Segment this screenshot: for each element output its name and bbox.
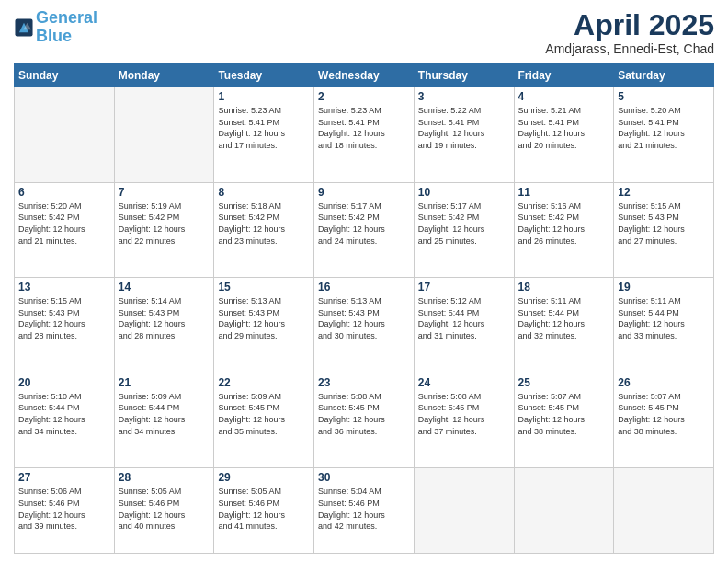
day-number: 25 (518, 376, 610, 389)
calendar-cell: 12Sunrise: 5:15 AM Sunset: 5:43 PM Dayli… (614, 182, 714, 278)
day-number: 19 (618, 281, 710, 293)
day-info: Sunrise: 5:07 AM Sunset: 5:45 PM Dayligh… (618, 391, 710, 437)
day-number: 23 (318, 376, 410, 389)
day-number: 1 (218, 90, 310, 103)
logo: General Blue (14, 9, 97, 46)
day-number: 10 (418, 186, 510, 199)
day-info: Sunrise: 5:21 AM Sunset: 5:41 PM Dayligh… (518, 105, 610, 151)
day-info: Sunrise: 5:08 AM Sunset: 5:45 PM Dayligh… (318, 391, 410, 437)
col-header-friday: Friday (514, 64, 614, 87)
day-number: 22 (218, 376, 310, 389)
col-header-tuesday: Tuesday (214, 64, 314, 87)
day-number: 30 (318, 471, 410, 484)
title-block: April 2025 Amdjarass, Ennedi-Est, Chad (545, 9, 714, 56)
calendar-cell: 15Sunrise: 5:13 AM Sunset: 5:43 PM Dayli… (214, 278, 314, 373)
calendar-cell: 10Sunrise: 5:17 AM Sunset: 5:42 PM Dayli… (414, 182, 514, 278)
calendar-cell: 23Sunrise: 5:08 AM Sunset: 5:45 PM Dayli… (314, 373, 415, 468)
day-number: 13 (18, 281, 110, 293)
day-number: 16 (318, 281, 410, 293)
day-info: Sunrise: 5:20 AM Sunset: 5:41 PM Dayligh… (618, 105, 710, 151)
calendar-cell: 1Sunrise: 5:23 AM Sunset: 5:41 PM Daylig… (214, 87, 314, 183)
calendar-cell: 19Sunrise: 5:11 AM Sunset: 5:44 PM Dayli… (614, 278, 714, 373)
day-info: Sunrise: 5:12 AM Sunset: 5:44 PM Dayligh… (418, 295, 510, 341)
calendar-cell (514, 468, 614, 554)
day-info: Sunrise: 5:16 AM Sunset: 5:42 PM Dayligh… (518, 201, 610, 247)
day-info: Sunrise: 5:23 AM Sunset: 5:41 PM Dayligh… (218, 105, 310, 151)
day-info: Sunrise: 5:13 AM Sunset: 5:43 PM Dayligh… (218, 295, 310, 341)
day-number: 11 (518, 186, 610, 199)
day-info: Sunrise: 5:11 AM Sunset: 5:44 PM Dayligh… (518, 295, 610, 341)
calendar-cell: 26Sunrise: 5:07 AM Sunset: 5:45 PM Dayli… (614, 373, 714, 468)
calendar-cell (414, 468, 514, 554)
calendar-cell: 11Sunrise: 5:16 AM Sunset: 5:42 PM Dayli… (514, 182, 614, 278)
calendar-cell: 3Sunrise: 5:22 AM Sunset: 5:41 PM Daylig… (414, 87, 514, 183)
calendar-cell: 7Sunrise: 5:19 AM Sunset: 5:42 PM Daylig… (114, 182, 214, 278)
day-number: 29 (218, 471, 310, 484)
day-number: 18 (518, 281, 610, 293)
calendar-cell: 27Sunrise: 5:06 AM Sunset: 5:46 PM Dayli… (15, 468, 115, 554)
col-header-wednesday: Wednesday (314, 64, 415, 87)
day-info: Sunrise: 5:14 AM Sunset: 5:43 PM Dayligh… (119, 295, 210, 341)
calendar-cell: 21Sunrise: 5:09 AM Sunset: 5:44 PM Dayli… (114, 373, 214, 468)
day-info: Sunrise: 5:09 AM Sunset: 5:44 PM Dayligh… (119, 391, 210, 437)
col-header-thursday: Thursday (414, 64, 514, 87)
day-info: Sunrise: 5:17 AM Sunset: 5:42 PM Dayligh… (318, 201, 410, 247)
day-number: 20 (18, 376, 110, 389)
day-info: Sunrise: 5:10 AM Sunset: 5:44 PM Dayligh… (18, 391, 110, 437)
calendar-cell (614, 468, 714, 554)
day-info: Sunrise: 5:05 AM Sunset: 5:46 PM Dayligh… (218, 486, 310, 532)
logo-icon (14, 17, 34, 38)
day-info: Sunrise: 5:15 AM Sunset: 5:43 PM Dayligh… (618, 201, 710, 247)
day-info: Sunrise: 5:07 AM Sunset: 5:45 PM Dayligh… (518, 391, 610, 437)
location: Amdjarass, Ennedi-Est, Chad (545, 41, 714, 56)
calendar-cell: 20Sunrise: 5:10 AM Sunset: 5:44 PM Dayli… (15, 373, 115, 468)
day-info: Sunrise: 5:17 AM Sunset: 5:42 PM Dayligh… (418, 201, 510, 247)
day-number: 4 (518, 90, 610, 103)
day-number: 2 (318, 90, 410, 103)
day-number: 9 (318, 186, 410, 199)
calendar-cell (15, 87, 115, 183)
calendar-cell: 24Sunrise: 5:08 AM Sunset: 5:45 PM Dayli… (414, 373, 514, 468)
calendar-cell: 2Sunrise: 5:23 AM Sunset: 5:41 PM Daylig… (314, 87, 415, 183)
day-number: 7 (119, 186, 210, 199)
calendar-cell: 28Sunrise: 5:05 AM Sunset: 5:46 PM Dayli… (114, 468, 214, 554)
day-number: 24 (418, 376, 510, 389)
calendar-cell: 30Sunrise: 5:04 AM Sunset: 5:46 PM Dayli… (314, 468, 415, 554)
calendar-cell: 9Sunrise: 5:17 AM Sunset: 5:42 PM Daylig… (314, 182, 415, 278)
col-header-saturday: Saturday (614, 64, 714, 87)
calendar-cell (114, 87, 214, 183)
calendar-cell: 25Sunrise: 5:07 AM Sunset: 5:45 PM Dayli… (514, 373, 614, 468)
page: General Blue April 2025 Amdjarass, Enned… (0, 0, 728, 563)
col-header-sunday: Sunday (15, 64, 115, 87)
calendar-cell: 14Sunrise: 5:14 AM Sunset: 5:43 PM Dayli… (114, 278, 214, 373)
day-info: Sunrise: 5:19 AM Sunset: 5:42 PM Dayligh… (119, 201, 210, 247)
day-number: 12 (618, 186, 710, 199)
calendar-cell: 6Sunrise: 5:20 AM Sunset: 5:42 PM Daylig… (15, 182, 115, 278)
calendar-cell: 4Sunrise: 5:21 AM Sunset: 5:41 PM Daylig… (514, 87, 614, 183)
day-number: 6 (18, 186, 110, 199)
col-header-monday: Monday (114, 64, 214, 87)
day-number: 26 (618, 376, 710, 389)
calendar-cell: 17Sunrise: 5:12 AM Sunset: 5:44 PM Dayli… (414, 278, 514, 373)
day-number: 3 (418, 90, 510, 103)
day-number: 5 (618, 90, 710, 103)
calendar-cell: 5Sunrise: 5:20 AM Sunset: 5:41 PM Daylig… (614, 87, 714, 183)
day-number: 14 (119, 281, 210, 293)
calendar-cell: 13Sunrise: 5:15 AM Sunset: 5:43 PM Dayli… (15, 278, 115, 373)
day-info: Sunrise: 5:09 AM Sunset: 5:45 PM Dayligh… (218, 391, 310, 437)
day-info: Sunrise: 5:13 AM Sunset: 5:43 PM Dayligh… (318, 295, 410, 341)
calendar-cell: 16Sunrise: 5:13 AM Sunset: 5:43 PM Dayli… (314, 278, 415, 373)
day-info: Sunrise: 5:04 AM Sunset: 5:46 PM Dayligh… (318, 486, 410, 532)
day-info: Sunrise: 5:20 AM Sunset: 5:42 PM Dayligh… (18, 201, 110, 247)
day-number: 15 (218, 281, 310, 293)
day-info: Sunrise: 5:15 AM Sunset: 5:43 PM Dayligh… (18, 295, 110, 341)
calendar-cell: 29Sunrise: 5:05 AM Sunset: 5:46 PM Dayli… (214, 468, 314, 554)
day-number: 28 (119, 471, 210, 484)
logo-text: General Blue (36, 9, 97, 46)
day-number: 21 (119, 376, 210, 389)
month-title: April 2025 (545, 9, 714, 41)
day-info: Sunrise: 5:11 AM Sunset: 5:44 PM Dayligh… (618, 295, 710, 341)
day-info: Sunrise: 5:05 AM Sunset: 5:46 PM Dayligh… (119, 486, 210, 532)
calendar-cell: 18Sunrise: 5:11 AM Sunset: 5:44 PM Dayli… (514, 278, 614, 373)
day-info: Sunrise: 5:18 AM Sunset: 5:42 PM Dayligh… (218, 201, 310, 247)
